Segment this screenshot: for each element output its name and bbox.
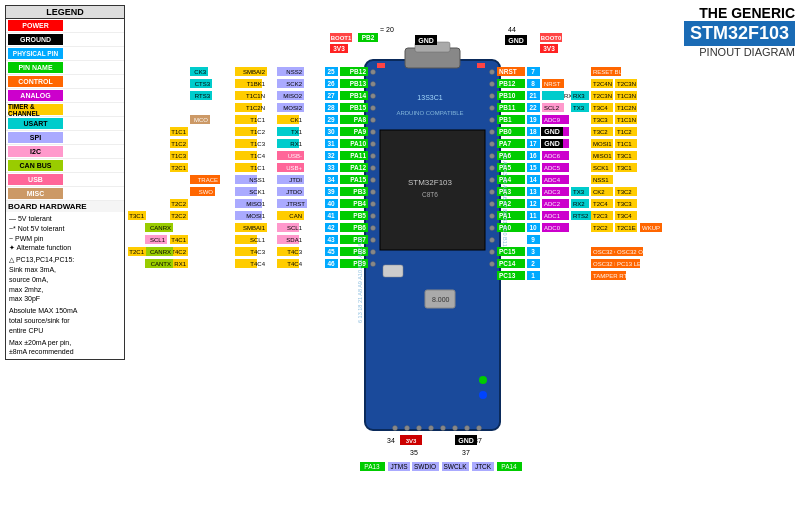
svg-text:T3C3: T3C3 xyxy=(617,201,632,207)
svg-text:28: 28 xyxy=(327,104,335,111)
svg-text:T2C3N: T2C3N xyxy=(617,81,636,87)
svg-text:T1C1: T1C1 xyxy=(617,141,632,147)
svg-text:39: 39 xyxy=(327,188,335,195)
svg-text:NSS1: NSS1 xyxy=(249,177,265,183)
legend-color-spi: SPI xyxy=(8,132,63,143)
svg-text:TX3: TX3 xyxy=(573,105,585,111)
svg-text:PA13: PA13 xyxy=(364,463,380,470)
svg-text:CANRX: CANRX xyxy=(150,249,171,255)
svg-text:CK3: CK3 xyxy=(194,69,206,75)
svg-text:OSC32 OUT: OSC32 OUT xyxy=(617,249,651,255)
svg-text:T1C2N: T1C2N xyxy=(246,105,265,111)
svg-point-16 xyxy=(371,262,376,267)
svg-text:T2C4: T2C4 xyxy=(593,201,608,207)
svg-text:SCL1: SCL1 xyxy=(287,225,303,231)
svg-point-41 xyxy=(477,426,482,431)
svg-text:T2C1: T2C1 xyxy=(129,249,144,255)
svg-text:T2C2: T2C2 xyxy=(593,225,608,231)
svg-text:SCL2: SCL2 xyxy=(544,105,560,111)
svg-text:ADC3: ADC3 xyxy=(544,189,561,195)
legend-color-misc: MISC xyxy=(8,188,63,199)
left-alt-labels: NSS2 SCK2 MISO2 MOSI2 CK1 TX1 RX1 USB- U… xyxy=(277,67,307,268)
svg-text:PA15: PA15 xyxy=(350,176,366,183)
svg-text:T3C2: T3C2 xyxy=(593,129,608,135)
legend-color-usb: USB xyxy=(8,174,63,185)
svg-text:USB-: USB- xyxy=(288,153,302,159)
legend-note-pwm: ~ PWM pin xyxy=(9,234,121,244)
svg-point-20 xyxy=(490,106,495,111)
bottom-labels: PA13 JTMS SWDIO SWCLK JTCK PA14 xyxy=(360,462,522,471)
svg-text:33: 33 xyxy=(327,164,335,171)
svg-text:9: 9 xyxy=(531,236,535,243)
svg-point-32 xyxy=(490,250,495,255)
svg-text:SCK2: SCK2 xyxy=(286,81,302,87)
legend-note-pc13: △ PC13,PC14,PC15:Sink max 3mA,source 0mA… xyxy=(9,255,121,304)
svg-text:MISO1: MISO1 xyxy=(246,201,265,207)
svg-text:PA14: PA14 xyxy=(501,463,517,470)
svg-text:PB1: PB1 xyxy=(499,116,512,123)
legend-notes: — 5V tolerant ~* Not 5V tolerant ~ PWM p… xyxy=(6,212,124,359)
svg-point-24 xyxy=(490,154,495,159)
svg-text:45: 45 xyxy=(327,248,335,255)
svg-text:T1C3N: T1C3N xyxy=(617,93,636,99)
svg-point-12 xyxy=(371,214,376,219)
legend-color-power: POWER xyxy=(8,20,63,31)
svg-point-11 xyxy=(371,202,376,207)
svg-text:T2C4N: T2C4N xyxy=(593,81,612,87)
svg-text:T4C2: T4C2 xyxy=(171,249,186,255)
left-timer-col: T1C1 T1C2 T1C3 T2C1 T2C2 T2C2 T4C1 T4C2 … xyxy=(170,127,188,268)
svg-text:12: 12 xyxy=(529,200,537,207)
chip-label-1: STM32F103 xyxy=(408,178,453,187)
legend-color-pinname: PIN NAME xyxy=(8,62,63,73)
svg-point-8 xyxy=(371,166,376,171)
svg-text:PB5: PB5 xyxy=(353,212,366,219)
svg-point-21 xyxy=(490,118,495,123)
boot1-text: BOOT1 xyxy=(331,35,352,41)
svg-text:NSS2: NSS2 xyxy=(286,69,302,75)
svg-point-7 xyxy=(371,154,376,159)
3v3-top-left-text: 3V3 xyxy=(333,45,345,52)
svg-text:SMBAI2: SMBAI2 xyxy=(243,69,266,75)
gnd-bottom-red-text: 3V3 xyxy=(406,438,417,444)
svg-text:RX1: RX1 xyxy=(290,141,302,147)
svg-point-30 xyxy=(490,226,495,231)
svg-text:ADC6: ADC6 xyxy=(544,153,561,159)
pin44-label: 44 xyxy=(508,26,516,33)
svg-text:25: 25 xyxy=(327,68,335,75)
svg-text:PA9: PA9 xyxy=(354,128,367,135)
svg-point-35 xyxy=(405,426,410,431)
svg-text:40: 40 xyxy=(327,200,335,207)
reset-button-component xyxy=(383,265,403,277)
svg-text:ADC1: ADC1 xyxy=(544,213,561,219)
svg-text:PB3: PB3 xyxy=(353,188,366,195)
svg-point-6 xyxy=(371,142,376,147)
svg-text:13: 13 xyxy=(529,188,537,195)
legend-note-5v: — 5V tolerant xyxy=(9,214,121,224)
svg-text:RX1: RX1 xyxy=(174,261,186,267)
svg-point-38 xyxy=(441,426,446,431)
board-text-1: 13S3C1 xyxy=(417,94,442,101)
svg-text:46: 46 xyxy=(327,260,335,267)
boot0-indicator xyxy=(477,63,485,68)
svg-text:32: 32 xyxy=(327,152,335,159)
legend-timer: TIMER & CHANNEL xyxy=(6,103,124,117)
svg-text:PB14: PB14 xyxy=(350,92,367,99)
svg-text:NSS1: NSS1 xyxy=(593,177,609,183)
left-can: CANRX CANRX CANTX xyxy=(145,223,173,268)
svg-text:SMBAI1: SMBAI1 xyxy=(243,225,266,231)
svg-text:PC13 LED: PC13 LED xyxy=(617,261,646,267)
svg-text:T2C3: T2C3 xyxy=(593,213,608,219)
main-chip xyxy=(380,130,485,250)
svg-text:RTS2: RTS2 xyxy=(573,213,589,219)
legend-power: POWER xyxy=(6,19,124,33)
pinout-diagram: 8.000 STM32F103 C8T6 13S3C1 ARDUINO COMP… xyxy=(125,0,795,525)
svg-text:PB11: PB11 xyxy=(499,104,516,111)
svg-text:NRST: NRST xyxy=(499,68,517,75)
svg-text:PB13: PB13 xyxy=(350,80,367,87)
led-green xyxy=(479,376,487,384)
svg-text:2: 2 xyxy=(531,260,535,267)
legend-color-ground: GROUND xyxy=(8,34,63,45)
svg-text:41: 41 xyxy=(327,212,335,219)
svg-text:SWDIO: SWDIO xyxy=(414,463,436,470)
svg-text:T1C1: T1C1 xyxy=(171,129,186,135)
